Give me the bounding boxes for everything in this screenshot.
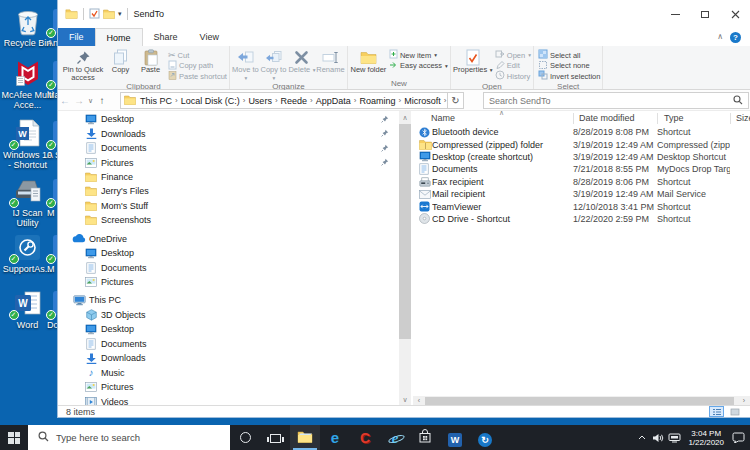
tab-home[interactable]: Home [95,28,143,46]
file-row-documents[interactable]: Documents7/21/2018 8:55 PMMyDocs Drop Ta… [413,163,750,175]
ribbon-button-easy-access[interactable]: Easy access▾ [389,61,448,72]
ribbon-button-copy-to[interactable]: Copy to ▾ [260,47,288,82]
nav-item-finance[interactable]: Finance [58,170,399,184]
desktop-icon-supportas[interactable]: ✓SupportAs... [0,232,55,274]
minimize-button[interactable] [660,0,690,28]
scrollbar-thumb[interactable] [399,124,411,339]
ribbon-button-delete[interactable]: Delete ▾ [288,47,316,74]
recent-locations-icon[interactable]: ∨ [86,90,95,111]
taskbar-app-file-explorer[interactable] [290,425,320,450]
tab-view[interactable]: View [189,28,230,46]
breadcrumb-item-users[interactable]: Users [246,96,274,106]
column-header-type[interactable]: Type [664,113,684,123]
up-button[interactable]: ↑ [95,90,109,111]
file-row-desktop-create-shortcut[interactable]: Desktop (create shortcut)3/19/2019 12:49… [413,151,750,163]
scroll-up-icon[interactable]: ∧ [399,111,411,124]
close-button[interactable] [720,0,750,28]
column-header-date-modified[interactable]: Date modified [579,113,635,123]
desktop-icon-mcafee-multi-acce[interactable]: McAfee Multi Acce... [0,58,55,110]
ribbon-button-rename[interactable]: Rename [316,47,345,74]
ribbon-button-history[interactable]: History [495,71,531,82]
volume-icon[interactable] [650,433,666,443]
taskbar-app-sync-app[interactable]: ↻ [470,425,500,450]
breadcrumb-item-local-disk-c[interactable]: Local Disk (C:) [179,96,242,106]
taskbar-search[interactable]: Type here to search [28,425,230,450]
nav-item-documents[interactable]: Documents [58,260,399,274]
nav-scrollbar[interactable]: ∧ ∨ [399,111,411,406]
taskbar-app-word[interactable]: W [440,425,470,450]
back-button[interactable]: ← [58,90,72,111]
column-header-size[interactable]: Size [736,113,750,123]
desktop-icon-recycle-bin[interactable]: Recycle Bin [0,6,55,48]
qat-properties-icon[interactable] [89,5,100,23]
taskbar-app-task-view[interactable] [260,425,290,450]
nav-item-screenshots[interactable]: Screenshots [58,213,399,227]
pin-icon[interactable] [381,158,389,168]
pin-icon[interactable] [381,129,389,139]
tab-file[interactable]: File [58,28,95,46]
ribbon-button-copy[interactable]: Copy [106,47,135,74]
file-row-bluetooth-device[interactable]: Bluetooth device8/28/2019 8:08 PMShortcu… [413,126,750,138]
qat-customize-icon[interactable]: ▾ [118,10,122,18]
desktop-icon-ij-scan-utility[interactable]: ✓IJ Scan Utility [0,176,55,228]
nav-item-jerry-s-files[interactable]: Jerry's Files [58,184,399,198]
file-row-fax-recipient[interactable]: Fax recipient8/28/2019 8:06 PMShortcut [413,176,750,188]
ribbon-button-paste-shortcut[interactable]: Paste shortcut [168,71,227,82]
breadcrumb-item-reede[interactable]: Reede [279,96,310,106]
pin-icon[interactable] [381,115,389,125]
nav-item-pictures[interactable]: Pictures [58,380,399,394]
refresh-button[interactable]: ↻ [448,92,464,109]
column-divider[interactable] [730,113,731,124]
nav-item-pictures[interactable]: Pictures [58,275,399,289]
breadcrumb-item-this-pc[interactable]: This PC [138,96,174,106]
breadcrumb[interactable]: This PC›Local Disk (C:)›Users›Reede›AppD… [120,92,448,109]
taskbar-app-edge[interactable]: e [320,425,350,450]
nav-item-onedrive[interactable]: OneDrive [58,232,399,246]
nav-item-this-pc[interactable]: This PC [58,293,399,307]
file-row-mail-recipient[interactable]: Mail recipient3/19/2019 12:49 AMMail Ser… [413,188,750,200]
column-divider[interactable] [573,113,574,124]
tab-share[interactable]: Share [143,28,189,46]
nav-item-desktop[interactable]: Desktop [58,246,399,260]
ribbon-button-pin-to-quick-access[interactable]: Pin to Quick access [60,47,106,82]
ribbon-button-properties[interactable]: Properties ▾ [453,47,493,74]
forward-button[interactable]: → [72,90,86,111]
taskbar-app-ccleaner[interactable]: C [350,425,380,450]
ribbon-button-move-to[interactable]: Move to ▾ [232,47,260,82]
nav-item-desktop[interactable]: Desktop [58,112,399,126]
nav-item-documents[interactable]: Documents [58,337,399,351]
nav-item-music[interactable]: ♪Music [58,365,399,379]
taskbar-app-store[interactable] [410,425,440,450]
column-header-name[interactable]: Name [431,113,455,123]
ribbon-button-paste[interactable]: Paste [135,47,166,74]
desktop-icon-word[interactable]: W✓Word [0,288,55,330]
help-icon[interactable]: ? [730,32,741,43]
file-row-teamviewer[interactable]: TeamViewer12/10/2018 3:41 PMShortcut [413,200,750,212]
file-row-compressed-zipped-folder[interactable]: Compressed (zipped) folder3/19/2019 12:4… [413,138,750,150]
desktop-icon-windows-10-shortcut[interactable]: W✓Windows 10 - Shortcut [0,118,55,170]
search-box[interactable]: Search SendTo [483,92,749,109]
details-view-button[interactable] [709,406,724,417]
start-button[interactable] [0,425,28,450]
breadcrumb-item-roaming[interactable]: Roaming [357,96,397,106]
qat-new-folder-icon[interactable] [103,5,115,23]
taskbar-app-internet-explorer[interactable]: e [380,425,410,450]
nav-item-downloads[interactable]: Downloads [58,126,399,140]
taskbar-app-cortana[interactable] [230,425,260,450]
nav-item-mom-s-stuff[interactable]: Mom's Stuff [58,199,399,213]
pin-icon[interactable] [381,144,389,154]
network-icon[interactable] [666,433,682,443]
nav-item-pictures[interactable]: Pictures [58,155,399,169]
minimize-ribbon-icon[interactable]: ∧ [717,33,723,41]
scrollbar-thumb[interactable] [425,397,734,405]
maximize-button[interactable] [690,0,720,28]
action-center-icon[interactable] [730,432,746,443]
large-icons-view-button[interactable] [727,406,742,417]
nav-item-documents[interactable]: Documents [58,141,399,155]
breadcrumb-item-microsoft[interactable]: Microsoft [402,96,443,106]
ribbon-button-new-folder[interactable]: New folder [350,47,387,74]
ribbon-button-invert-selection[interactable]: Invert selection [538,71,600,82]
file-row-cd-drive-shortcut[interactable]: CD Drive - Shortcut1/22/2020 2:59 PMShor… [413,213,750,225]
breadcrumb-item-appdata[interactable]: AppData [314,96,353,106]
nav-item-downloads[interactable]: Downloads [58,351,399,365]
